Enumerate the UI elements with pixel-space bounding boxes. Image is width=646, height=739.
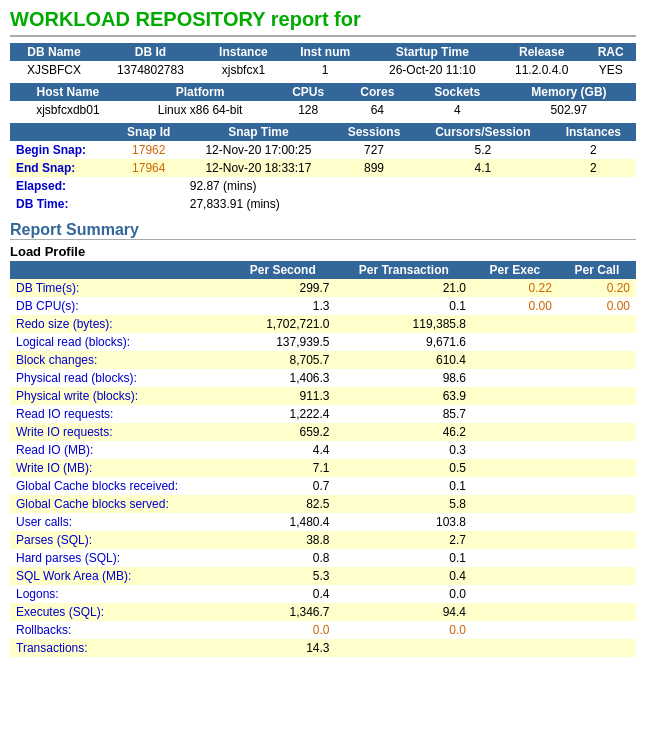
load-row-per-exec	[472, 441, 558, 459]
load-row-per-call	[558, 333, 636, 351]
load-row-label: Executes (SQL):	[10, 603, 230, 621]
load-col-per-call: Per Call	[558, 261, 636, 279]
page-title: WORKLOAD REPOSITORY report for	[10, 8, 636, 37]
load-col-label	[10, 261, 230, 279]
load-row: Physical write (blocks):911.363.9	[10, 387, 636, 405]
host-col-sockets: Sockets	[413, 83, 502, 101]
load-row-per-txn: 21.0	[336, 279, 472, 297]
snap-end-cursors: 4.1	[415, 159, 551, 177]
host-col-platform: Platform	[126, 83, 275, 101]
load-row-per-exec: 0.22	[472, 279, 558, 297]
load-row-per-txn: 2.7	[336, 531, 472, 549]
load-row-label: Parses (SQL):	[10, 531, 230, 549]
load-row-per-second: 1,222.4	[230, 405, 336, 423]
db-col-db-name: DB Name	[10, 43, 98, 61]
snap-col-empty	[10, 123, 114, 141]
db-cell: 11.2.0.4.0	[498, 61, 585, 79]
load-row-per-txn: 0.1	[336, 297, 472, 315]
host-cell: 64	[342, 101, 413, 119]
load-row-per-second: 1,406.3	[230, 369, 336, 387]
load-row-label: Global Cache blocks received:	[10, 477, 230, 495]
snap-table: Snap Id Snap Time Sessions Cursors/Sessi…	[10, 123, 636, 213]
load-row-label: SQL Work Area (MB):	[10, 567, 230, 585]
load-row: DB Time(s):299.721.00.220.20	[10, 279, 636, 297]
load-row-per-exec	[472, 585, 558, 603]
load-row-per-call	[558, 441, 636, 459]
load-row: Logons:0.40.0	[10, 585, 636, 603]
load-row-label: Logical read (blocks):	[10, 333, 230, 351]
snap-begin-time: 12-Nov-20 17:00:25	[184, 141, 333, 159]
load-row-per-exec	[472, 639, 558, 657]
load-profile-title: Load Profile	[10, 244, 636, 259]
load-row-per-second: 0.4	[230, 585, 336, 603]
snap-elapsed-row: Elapsed: 92.87 (mins)	[10, 177, 636, 195]
load-row-per-exec: 0.00	[472, 297, 558, 315]
load-row-per-second: 911.3	[230, 387, 336, 405]
load-row-per-call	[558, 585, 636, 603]
load-row-per-second: 38.8	[230, 531, 336, 549]
load-row-per-call	[558, 567, 636, 585]
db-cell: 1374802783	[98, 61, 203, 79]
load-row-per-call	[558, 621, 636, 639]
load-row-per-txn: 9,671.6	[336, 333, 472, 351]
load-row-per-second: 1,346.7	[230, 603, 336, 621]
load-row-per-call	[558, 513, 636, 531]
load-row-per-call	[558, 315, 636, 333]
load-row-per-txn: 46.2	[336, 423, 472, 441]
load-row-label: Write IO requests:	[10, 423, 230, 441]
load-col-per-txn: Per Transaction	[336, 261, 472, 279]
host-col-cores: Cores	[342, 83, 413, 101]
load-row-per-call	[558, 477, 636, 495]
load-row: Transactions:14.3	[10, 639, 636, 657]
host-col-memory-gb-: Memory (GB)	[502, 83, 636, 101]
load-row-per-call	[558, 603, 636, 621]
host-cell: xjsbfcxdb01	[10, 101, 126, 119]
load-row-per-call: 0.20	[558, 279, 636, 297]
snap-begin-instances: 2	[551, 141, 636, 159]
load-profile-table: Per Second Per Transaction Per Exec Per …	[10, 261, 636, 657]
load-row-per-second: 7.1	[230, 459, 336, 477]
load-row: User calls:1,480.4103.8	[10, 513, 636, 531]
page-wrapper: WORKLOAD REPOSITORY report for DB NameDB…	[0, 0, 646, 669]
load-row: Read IO requests:1,222.485.7	[10, 405, 636, 423]
db-cell: 26-Oct-20 11:10	[367, 61, 499, 79]
load-row-per-second: 4.4	[230, 441, 336, 459]
load-row-label: Physical read (blocks):	[10, 369, 230, 387]
load-row: Rollbacks:0.00.0	[10, 621, 636, 639]
load-row: Write IO (MB):7.10.5	[10, 459, 636, 477]
snap-dbtime-value: 27,833.91 (mins)	[184, 195, 333, 213]
snap-dbtime-label: DB Time:	[10, 195, 114, 213]
snap-col-sessions: Sessions	[333, 123, 415, 141]
load-row-per-exec	[472, 567, 558, 585]
host-cell: 128	[274, 101, 342, 119]
load-row-per-call: 0.00	[558, 297, 636, 315]
db-cell: xjsbfcx1	[203, 61, 284, 79]
load-row: Write IO requests:659.246.2	[10, 423, 636, 441]
load-row-per-exec	[472, 477, 558, 495]
load-row-label: Global Cache blocks served:	[10, 495, 230, 513]
load-row: Logical read (blocks):137,939.59,671.6	[10, 333, 636, 351]
load-row-per-txn: 0.4	[336, 567, 472, 585]
snap-end-id: 17964	[114, 159, 184, 177]
load-row-per-second: 0.0	[230, 621, 336, 639]
load-row-per-second: 0.7	[230, 477, 336, 495]
db-col-release: Release	[498, 43, 585, 61]
load-row-per-second: 299.7	[230, 279, 336, 297]
snap-col-snaptime: Snap Time	[184, 123, 333, 141]
load-row-per-txn: 119,385.8	[336, 315, 472, 333]
snap-elapsed-value: 92.87 (mins)	[184, 177, 333, 195]
load-row-per-txn: 0.1	[336, 549, 472, 567]
load-row-per-txn: 0.0	[336, 621, 472, 639]
snap-begin-row: Begin Snap: 17962 12-Nov-20 17:00:25 727…	[10, 141, 636, 159]
snap-end-instances: 2	[551, 159, 636, 177]
load-row-label: DB Time(s):	[10, 279, 230, 297]
snap-dbtime-row: DB Time: 27,833.91 (mins)	[10, 195, 636, 213]
load-row-label: Block changes:	[10, 351, 230, 369]
load-row: Hard parses (SQL):0.80.1	[10, 549, 636, 567]
load-row-label: Rollbacks:	[10, 621, 230, 639]
load-row-label: Write IO (MB):	[10, 459, 230, 477]
snap-col-cursors: Cursors/Session	[415, 123, 551, 141]
load-row-per-call	[558, 459, 636, 477]
host-cell: Linux x86 64-bit	[126, 101, 275, 119]
db-col-inst-num: Inst num	[284, 43, 367, 61]
